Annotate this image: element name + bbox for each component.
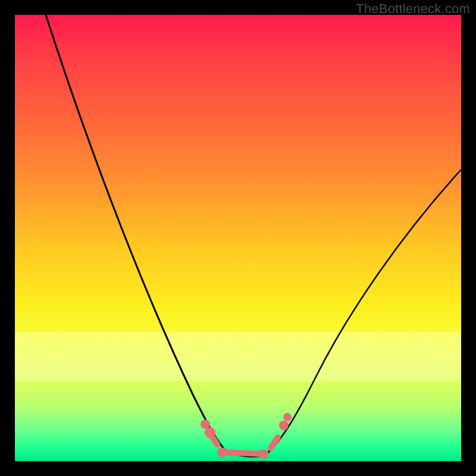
- pale-highlight-band: [15, 332, 461, 381]
- optimal-zone-beads: [201, 413, 292, 459]
- svg-point-1: [205, 427, 215, 438]
- svg-point-2: [217, 447, 227, 457]
- svg-point-5: [283, 413, 292, 421]
- watermark-text: TheBottleneck.com: [356, 1, 470, 17]
- svg-point-4: [279, 421, 289, 430]
- bottleneck-curve: [15, 15, 461, 461]
- svg-point-3: [259, 449, 268, 459]
- chart-frame: TheBottleneck.com: [0, 0, 476, 476]
- curve-right-branch: [265, 170, 461, 455]
- curve-trough: [224, 449, 265, 456]
- curve-left-branch: [46, 15, 224, 449]
- svg-point-0: [201, 419, 210, 429]
- plot-area: [15, 15, 461, 461]
